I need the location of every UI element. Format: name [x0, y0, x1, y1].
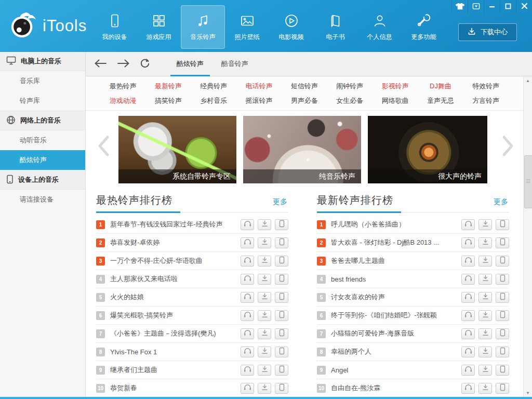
category-link[interactable]: 男声必备 — [282, 96, 327, 105]
sidebar-item[interactable]: 动听音乐 — [0, 130, 85, 150]
send-to-device-button[interactable] — [496, 328, 509, 339]
send-to-device-button[interactable] — [275, 219, 288, 230]
nav-item-photo[interactable]: 照片壁纸 — [225, 5, 269, 49]
category-link[interactable]: DJ舞曲 — [418, 82, 463, 91]
listen-button[interactable] — [241, 365, 254, 376]
download-button[interactable] — [478, 274, 492, 285]
send-to-device-button[interactable] — [275, 310, 288, 321]
listen-button[interactable] — [241, 219, 254, 230]
tab[interactable]: 酷音铃声 — [212, 52, 257, 76]
listen-button[interactable] — [241, 237, 254, 248]
listen-button[interactable] — [241, 328, 254, 339]
category-link[interactable]: 童声无忌 — [418, 96, 463, 105]
minimize-button[interactable] — [484, 0, 500, 14]
maximize-button[interactable] — [500, 0, 516, 14]
send-to-device-button[interactable] — [275, 365, 288, 376]
category-link[interactable]: 特效铃声 — [463, 82, 509, 91]
skin-button[interactable] — [451, 0, 468, 14]
download-button[interactable] — [258, 274, 271, 285]
carousel-next-button[interactable] — [501, 135, 515, 158]
category-link[interactable]: 游戏动漫 — [100, 96, 145, 105]
sidebar-item[interactable]: 酷炫铃声 — [0, 150, 85, 170]
listen-button[interactable] — [461, 310, 475, 321]
more-link[interactable]: 更多 — [273, 197, 287, 207]
listen-button[interactable] — [461, 347, 475, 357]
listen-button[interactable] — [241, 292, 254, 303]
listen-button[interactable] — [461, 365, 475, 376]
download-button[interactable] — [258, 310, 271, 321]
category-link[interactable]: 网络歌曲 — [373, 96, 418, 105]
download-button[interactable] — [258, 347, 271, 357]
scrollbar-thumb[interactable] — [524, 155, 532, 208]
category-link[interactable]: 最热铃声 — [100, 82, 145, 91]
nav-item-music-note[interactable]: 音乐铃声 — [181, 5, 225, 49]
download-button[interactable] — [258, 237, 271, 248]
send-to-device-button[interactable] — [275, 274, 288, 285]
download-button[interactable] — [258, 292, 271, 303]
send-to-device-button[interactable] — [496, 274, 509, 285]
download-button[interactable] — [478, 292, 492, 303]
send-to-device-button[interactable] — [275, 292, 288, 303]
sidebar-item[interactable]: 请连接设备 — [0, 190, 85, 209]
nav-item-my-device[interactable]: 我的设备 — [92, 5, 137, 49]
sidebar-item[interactable]: 音乐库 — [0, 71, 85, 91]
category-link[interactable]: 影视铃声 — [373, 82, 418, 91]
category-link[interactable]: 电话铃声 — [236, 82, 282, 91]
send-to-device-button[interactable] — [496, 219, 509, 230]
download-button[interactable] — [478, 383, 492, 394]
send-to-device-button[interactable] — [496, 310, 509, 321]
listen-button[interactable] — [461, 256, 475, 267]
refresh-button[interactable] — [139, 57, 151, 71]
download-button[interactable] — [258, 383, 271, 394]
send-to-device-button[interactable] — [496, 365, 509, 376]
category-link[interactable]: 乡村音乐 — [191, 96, 236, 105]
forward-button[interactable] — [116, 58, 131, 70]
send-to-device-button[interactable] — [275, 347, 288, 357]
banner[interactable]: 纯音乐铃声 — [243, 116, 361, 183]
download-button[interactable] — [478, 365, 492, 376]
listen-button[interactable] — [241, 274, 254, 285]
nav-item-wrench[interactable]: 更多功能 — [402, 5, 446, 49]
send-to-device-button[interactable] — [275, 383, 288, 394]
banner[interactable]: 很大声的铃声 — [368, 116, 487, 183]
category-link[interactable]: 经典铃声 — [191, 82, 236, 91]
send-to-device-button[interactable] — [496, 383, 509, 394]
listen-button[interactable] — [461, 237, 475, 248]
send-to-device-button[interactable] — [496, 256, 509, 267]
listen-button[interactable] — [461, 219, 475, 230]
category-link[interactable]: 摇滚铃声 — [236, 96, 282, 105]
listen-button[interactable] — [241, 310, 254, 321]
sidebar-item[interactable]: 铃声库 — [0, 91, 85, 111]
nav-item-apps-grid[interactable]: 游戏应用 — [137, 5, 181, 49]
send-to-device-button[interactable] — [275, 256, 288, 267]
download-button[interactable] — [258, 256, 271, 267]
back-button[interactable] — [93, 58, 108, 70]
listen-button[interactable] — [241, 383, 254, 394]
listen-button[interactable] — [241, 347, 254, 357]
download-button[interactable] — [478, 310, 492, 321]
download-button[interactable] — [258, 365, 271, 376]
send-to-device-button[interactable] — [496, 237, 509, 248]
banner[interactable]: 系统自带铃声专区 — [118, 116, 236, 183]
category-link[interactable]: 闹钟铃声 — [327, 82, 373, 91]
nav-item-video-play[interactable]: 电影视频 — [269, 5, 313, 49]
scroll-down-icon[interactable]: ▼ — [524, 389, 532, 397]
listen-button[interactable] — [461, 274, 475, 285]
carousel-prev-button[interactable] — [97, 135, 110, 158]
vertical-scrollbar[interactable]: ▲ ▼ — [523, 76, 532, 397]
more-link[interactable]: 更多 — [494, 197, 508, 207]
download-button[interactable] — [478, 328, 492, 339]
send-to-device-button[interactable] — [275, 237, 288, 248]
send-to-device-button[interactable] — [496, 347, 509, 357]
category-link[interactable]: 搞笑铃声 — [145, 96, 191, 105]
category-link[interactable]: 最新铃声 — [145, 82, 191, 91]
download-button[interactable] — [478, 256, 492, 267]
download-button[interactable] — [258, 219, 271, 230]
listen-button[interactable] — [461, 328, 475, 339]
nav-item-person[interactable]: 个人信息 — [357, 5, 402, 49]
nav-item-ebook[interactable]: 电子书 — [313, 5, 357, 49]
download-button[interactable] — [478, 237, 492, 248]
category-link[interactable]: 方言铃声 — [463, 96, 509, 105]
menu-button[interactable] — [468, 0, 484, 14]
close-button[interactable] — [516, 0, 532, 14]
